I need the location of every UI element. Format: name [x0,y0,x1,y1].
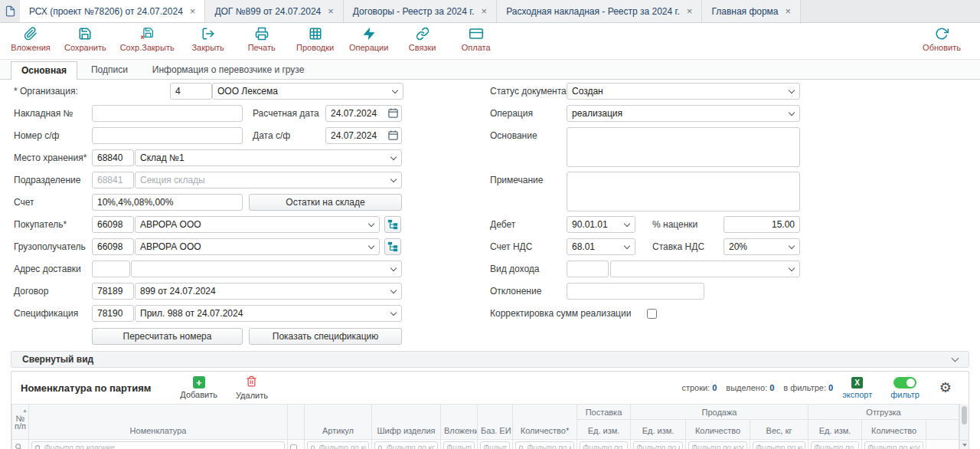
print-button[interactable]: Печать [242,27,282,52]
correction-checkbox[interactable] [647,309,657,319]
export-button[interactable]: X экспорт [842,377,872,399]
operations-button[interactable]: Операции [349,27,389,52]
tab-dog-899[interactable]: ДОГ №899 от 24.07.2024 × [205,0,343,22]
column-header-attachments[interactable]: Вложения [441,405,478,440]
column-header-num[interactable]: № п/п▲ [12,405,29,440]
attachments-button[interactable]: Вложения [11,27,51,52]
vat-account-value: 68.01 [572,241,625,252]
filter-input[interactable] [867,444,920,449]
group-header-sale: Продажа [631,405,808,420]
scrollbar-thumb[interactable] [962,406,967,424]
tab-rsh-project[interactable]: РСХ (проект №78206) от 24.07.2024 × [20,0,205,22]
account-input[interactable] [92,194,243,211]
recalc-numbers-button[interactable]: Пересчитать номера [92,328,243,345]
org-select[interactable]: ООО Лексема [212,83,403,100]
subtab-cargo-info[interactable]: Информация о перевозчике и грузе [142,61,315,79]
division-code-input[interactable] [92,172,134,188]
buyer-select[interactable]: АВРОРА ООО [135,216,380,233]
sf-no-input[interactable] [92,127,243,144]
spec-select[interactable]: Прил. 988 от 24.07.2024 [135,305,402,322]
filter-input[interactable] [527,444,571,449]
scrollbar-down-button[interactable] [960,440,969,449]
vat-account-select[interactable]: 68.01 [567,238,635,255]
subtab-signatures[interactable]: Подписи [80,61,139,79]
filter-input[interactable] [691,444,744,449]
subtab-main[interactable]: Основная [11,61,77,80]
filter-input[interactable] [386,444,435,449]
address-code-input[interactable] [92,261,130,277]
note-textarea[interactable] [567,172,800,211]
operation-select[interactable]: реализация [567,105,800,122]
postings-button[interactable]: Проводки [296,27,335,52]
markup-input[interactable] [724,216,800,233]
column-header-base-unit[interactable]: Баз. ЕИ [478,405,513,440]
consignee-code-input[interactable] [92,238,134,255]
filter-input[interactable] [483,444,507,449]
tab-main-form[interactable]: Главная форма × [702,0,801,22]
close-button[interactable]: Закрыть [188,27,228,52]
status-select[interactable]: Создан [567,83,800,100]
consignee-select[interactable]: АВРОРА ООО [135,238,380,255]
calendar-icon[interactable] [387,129,399,141]
tab-contracts-registry[interactable]: Договоры - Реестр за 2024 г. × [344,0,497,22]
spec-code-input[interactable] [92,305,134,322]
tree-icon [387,219,398,230]
filter-toggle[interactable]: фильтр [890,377,920,399]
filter-input[interactable] [814,444,856,449]
filter-input[interactable] [636,444,680,449]
grid-vertical-scrollbar[interactable] [959,404,969,449]
income-type-select[interactable] [610,261,800,277]
tab-invoice-registry[interactable]: Расходная накладная - Реестр за 2024 г. … [497,0,702,22]
close-icon[interactable]: × [190,6,196,16]
column-header-sale-quantity[interactable]: Количество [686,420,750,440]
buyer-code-input[interactable] [92,216,134,233]
links-button[interactable]: Связки [403,27,443,52]
column-header-supply-unit[interactable]: Ед. изм. [577,420,631,440]
buyer-tree-button[interactable] [384,216,401,233]
storage-code-input[interactable] [92,149,134,166]
payment-button[interactable]: Оплата [456,27,496,52]
filter-input[interactable] [318,444,366,449]
column-header-ship-unit[interactable]: Ед. изм. [808,420,862,440]
stock-balance-button[interactable]: Остатки на складе [249,194,402,211]
save-close-button[interactable]: Сохр.Закрыть [120,27,175,52]
deviation-input[interactable] [567,283,704,300]
org-code-input[interactable] [170,83,212,100]
storage-select[interactable]: Склад №1 [135,149,402,166]
filter-input[interactable] [44,444,282,449]
column-header-sale-unit[interactable]: Ед. изм. [631,420,686,440]
filter-input[interactable] [446,444,472,449]
column-header-weight[interactable]: Вес, кг [750,420,808,440]
income-type-code-input[interactable] [567,261,609,277]
column-header-ship-quantity[interactable]: Количество [862,420,926,440]
column-header-nomenclature[interactable]: Номенклатура [29,405,288,440]
refresh-button[interactable]: Обновить [922,27,962,52]
close-icon[interactable]: × [328,6,334,16]
basis-textarea[interactable] [567,127,800,167]
filter-input[interactable] [583,444,625,449]
add-row-button[interactable]: + Добавить [180,376,217,399]
save-button[interactable]: Сохранить [64,27,106,52]
invoice-no-input[interactable] [92,105,243,122]
close-icon[interactable]: × [687,6,693,16]
column-header-product-code[interactable]: Шифр изделия [372,405,441,440]
debit-select[interactable]: 90.01.01 [567,216,635,233]
address-select[interactable] [131,261,402,277]
contract-code-input[interactable] [92,283,134,300]
show-spec-button[interactable]: Показать спецификацию [249,328,402,345]
division-select[interactable]: Секция склады [135,172,402,188]
consignee-tree-button[interactable] [384,238,401,255]
column-header-article[interactable]: Артикул [305,405,372,440]
tab-label: Главная форма [711,6,778,17]
filter-input[interactable] [756,444,802,449]
settings-gear-icon[interactable]: ⚙ [939,381,952,395]
collapsed-view-bar[interactable]: Свернутый вид [11,351,969,368]
calendar-icon[interactable] [387,107,399,119]
delete-row-button[interactable]: Удалить [236,375,268,400]
contract-select[interactable]: 899 от 24.07.2024 [135,283,402,300]
close-icon[interactable]: × [786,6,792,16]
vat-rate-select[interactable]: 20% [724,238,800,255]
cell-options-icon[interactable] [290,444,297,449]
column-header-quantity[interactable]: Количество* [513,405,577,440]
close-icon[interactable]: × [482,6,488,16]
